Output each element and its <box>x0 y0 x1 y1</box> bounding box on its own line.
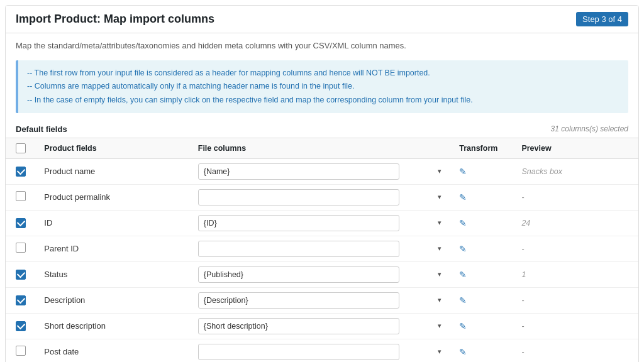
row-3-column-select[interactable] <box>198 241 399 257</box>
row-4-transform-cell: ✎ <box>453 261 515 287</box>
row-5-field-name: Description <box>38 287 191 313</box>
info-line-2: -- Columns are mapped automatically only… <box>27 80 619 93</box>
row-0-column-select[interactable]: {Name} <box>198 163 399 180</box>
mapping-table: Product fields File columns Transform Pr… <box>6 138 638 362</box>
info-line-1: -- The first row from your input file is… <box>27 67 619 80</box>
row-2-field-name: ID <box>38 210 191 236</box>
row-3-dropdown-cell: ▾ <box>192 236 453 261</box>
row-2-preview-cell: 24 <box>515 210 638 236</box>
row-5-preview-cell: - <box>515 287 638 313</box>
info-box: -- The first row from your input file is… <box>16 60 628 113</box>
info-line-3: -- In the case of empty fields, you can … <box>27 94 619 107</box>
row-4-column-select[interactable]: {Published} <box>198 266 399 283</box>
row-2-column-select[interactable]: {ID} <box>198 215 399 231</box>
row-1-checkbox[interactable] <box>16 191 26 201</box>
row-5-column-select[interactable]: {Description} <box>198 292 399 309</box>
row-5-dropdown-cell: {Description}▾ <box>192 287 453 313</box>
row-6-checkbox[interactable] <box>16 321 26 331</box>
row-3-edit-icon[interactable]: ✎ <box>459 244 467 254</box>
row-5-checkbox[interactable] <box>16 295 26 305</box>
table-row: Post date▾✎- <box>6 339 638 362</box>
table-row: Description{Description}▾✎- <box>6 287 638 313</box>
row-0-field-name: Product name <box>38 158 191 184</box>
row-6-transform-cell: ✎ <box>453 313 515 339</box>
row-7-edit-icon[interactable]: ✎ <box>459 347 467 357</box>
row-7-dropdown-arrow-icon: ▾ <box>438 348 441 356</box>
row-1-preview-cell: - <box>515 184 638 210</box>
table-row: Parent ID▾✎- <box>6 236 638 261</box>
row-1-transform-cell: ✎ <box>453 184 515 210</box>
row-4-checkbox[interactable] <box>16 270 26 280</box>
row-1-preview-value: - <box>521 193 524 202</box>
row-3-transform-cell: ✎ <box>453 236 515 261</box>
row-4-edit-icon[interactable]: ✎ <box>459 270 467 280</box>
row-4-preview-cell: 1 <box>515 261 638 287</box>
row-4-field-name: Status <box>38 261 191 287</box>
row-6-dropdown-arrow-icon: ▾ <box>438 322 441 330</box>
row-1-field-name: Product permalink <box>38 184 191 210</box>
row-1-edit-icon[interactable]: ✎ <box>459 192 467 202</box>
page-description: Map the standard/meta/attributes/taxonom… <box>6 33 638 55</box>
row-4-preview-value: 1 <box>521 270 526 279</box>
table-row: Product name{Name}▾✎Snacks box <box>6 158 638 184</box>
table-row: Short description{Short description}▾✎- <box>6 313 638 339</box>
row-3-checkbox[interactable] <box>16 243 26 253</box>
row-6-preview-cell: - <box>515 313 638 339</box>
row-0-preview-cell: Snacks box <box>515 158 638 184</box>
th-preview: Preview <box>515 138 638 158</box>
th-transform: Transform <box>453 138 515 158</box>
columns-selected-label: 31 columns(s) selected <box>551 124 628 133</box>
row-7-dropdown-cell: ▾ <box>192 339 453 362</box>
row-4-dropdown-cell: {Published}▾ <box>192 261 453 287</box>
section-title: Default fields <box>16 124 67 134</box>
row-7-column-select[interactable] <box>198 344 399 360</box>
row-4-dropdown-arrow-icon: ▾ <box>438 270 441 278</box>
table-row: ID{ID}▾✎24 <box>6 210 638 236</box>
th-product-fields: Product fields <box>38 138 191 158</box>
th-file-columns: File columns <box>192 138 453 158</box>
table-header-row: Product fields File columns Transform Pr… <box>6 138 638 158</box>
row-5-dropdown-arrow-icon: ▾ <box>438 296 441 304</box>
row-0-preview-value: Snacks box <box>521 167 562 176</box>
row-5-edit-icon[interactable]: ✎ <box>459 295 467 305</box>
row-7-field-name: Post date <box>38 339 191 362</box>
row-1-checkbox-cell <box>6 184 38 210</box>
row-5-preview-value: - <box>521 296 524 305</box>
row-3-checkbox-cell <box>6 236 38 261</box>
row-3-preview-value: - <box>521 244 524 253</box>
table-row: Status{Published}▾✎1 <box>6 261 638 287</box>
row-1-dropdown-cell: ▾ <box>192 184 453 210</box>
row-2-dropdown-cell: {ID}▾ <box>192 210 453 236</box>
section-header: Default fields 31 columns(s) selected <box>6 118 638 138</box>
row-2-preview-value: 24 <box>521 219 530 228</box>
th-checkbox-col <box>6 138 38 158</box>
row-3-preview-cell: - <box>515 236 638 261</box>
row-2-transform-cell: ✎ <box>453 210 515 236</box>
row-2-dropdown-arrow-icon: ▾ <box>438 219 441 227</box>
page-title: Import Product: Map import columns <box>16 13 214 26</box>
row-6-preview-value: - <box>521 322 524 331</box>
row-0-checkbox[interactable] <box>16 167 26 177</box>
row-6-field-name: Short description <box>38 313 191 339</box>
row-7-checkbox[interactable] <box>16 346 26 356</box>
row-2-checkbox-cell <box>6 210 38 236</box>
row-6-checkbox-cell <box>6 313 38 339</box>
row-0-checkbox-cell <box>6 158 38 184</box>
row-7-preview-value: - <box>521 348 524 356</box>
row-7-preview-cell: - <box>515 339 638 362</box>
select-all-checkbox[interactable] <box>16 143 26 153</box>
table-row: Product permalink▾✎- <box>6 184 638 210</box>
row-6-edit-icon[interactable]: ✎ <box>459 321 467 331</box>
row-4-checkbox-cell <box>6 261 38 287</box>
row-2-checkbox[interactable] <box>16 218 26 228</box>
row-1-column-select[interactable] <box>198 189 399 206</box>
row-0-dropdown-cell: {Name}▾ <box>192 158 453 184</box>
row-7-transform-cell: ✎ <box>453 339 515 362</box>
row-0-edit-icon[interactable]: ✎ <box>459 167 467 177</box>
row-6-column-select[interactable]: {Short description} <box>198 318 399 334</box>
page-header: Import Product: Map import columns Step … <box>6 6 638 33</box>
row-3-dropdown-arrow-icon: ▾ <box>438 244 441 253</box>
row-2-edit-icon[interactable]: ✎ <box>459 218 467 228</box>
row-7-checkbox-cell <box>6 339 38 362</box>
row-0-transform-cell: ✎ <box>453 158 515 184</box>
